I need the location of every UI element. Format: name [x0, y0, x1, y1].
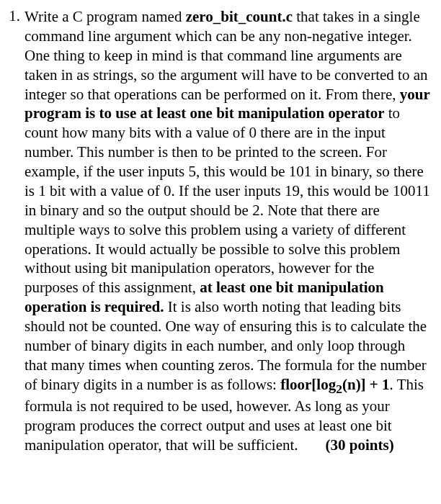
question-item: 1. Write a C program named zero_bit_coun…	[7, 7, 431, 455]
text-segment: to count how many bits with a value of 0…	[24, 104, 430, 296]
program-filename: zero_bit_count.c	[186, 8, 293, 25]
points-label: (30 points)	[326, 436, 394, 454]
formula-part: (n)] + 1	[342, 376, 390, 393]
formula-subscript: 2	[336, 382, 342, 396]
document-page: 1. Write a C program named zero_bit_coun…	[0, 0, 441, 462]
text-segment: Write a C program named	[24, 8, 186, 25]
item-body: Write a C program named zero_bit_count.c…	[24, 7, 431, 455]
formula: floor[log2(n)] + 1	[280, 376, 389, 393]
formula-part: floor[log	[280, 376, 336, 393]
item-number: 1.	[7, 7, 24, 25]
